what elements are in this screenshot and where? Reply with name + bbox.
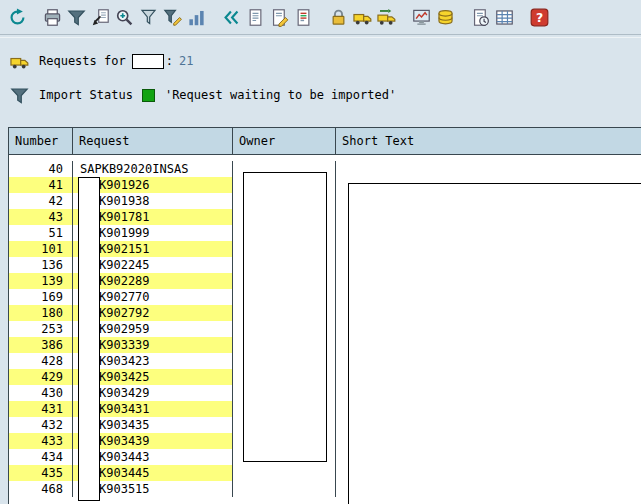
table-header: Number Request Owner Short Text <box>9 128 641 155</box>
import-status-line: Import Status 'Request waiting to be imp… <box>10 86 396 104</box>
import-all-requests-icon[interactable] <box>375 6 397 28</box>
first-page-icon[interactable] <box>220 6 242 28</box>
colon-label: : <box>166 54 173 68</box>
help-icon[interactable]: ? <box>528 6 550 28</box>
request-count: 21 <box>179 54 193 68</box>
cell-number: 51 <box>9 225 73 241</box>
import-status-label: Import Status <box>39 88 133 102</box>
cell-number: 43 <box>9 209 73 225</box>
status-green-square <box>142 89 155 102</box>
toolbar-separator <box>0 34 641 38</box>
zoom-in-icon[interactable] <box>113 6 135 28</box>
cell-number: 40 <box>9 161 73 177</box>
cell-number: 431 <box>9 401 73 417</box>
cell-number: 253 <box>9 321 73 337</box>
import-monitor-icon[interactable] <box>410 6 432 28</box>
cell-owner <box>233 465 336 481</box>
sap-import-queue-screen: ? Requests for : 21 Import Status 'Reque… <box>0 0 641 504</box>
cell-number: 139 <box>9 273 73 289</box>
import-queue-table: Number Request Owner Short Text 40SAPKB9… <box>8 127 641 504</box>
change-request-icon[interactable] <box>268 6 290 28</box>
filter-criteria-icon[interactable] <box>161 6 183 28</box>
cell-number: 468 <box>9 481 73 497</box>
cell-number: 169 <box>9 289 73 305</box>
column-header-request[interactable]: Request <box>73 128 233 154</box>
refresh-icon[interactable] <box>6 6 28 28</box>
cell-number: 101 <box>9 241 73 257</box>
filter-status-icon <box>10 86 30 104</box>
table-view-icon[interactable] <box>493 6 515 28</box>
requests-for-line: Requests for : 21 <box>10 52 193 70</box>
cell-owner <box>233 481 336 497</box>
cell-request: SAPKB92020INSAS <box>73 161 233 177</box>
display-request-icon[interactable] <box>244 6 266 28</box>
cell-number: 41 <box>9 177 73 193</box>
svg-text:?: ? <box>535 10 542 25</box>
cell-number: 42 <box>9 193 73 209</box>
request-log-icon[interactable] <box>292 6 314 28</box>
requests-for-label: Requests for <box>39 54 126 68</box>
import-status-text: 'Request waiting to be imported' <box>165 88 396 102</box>
cell-number: 180 <box>9 305 73 321</box>
redacted-system-id <box>132 54 164 69</box>
column-header-short-text[interactable]: Short Text <box>336 128 641 154</box>
cell-number: 430 <box>9 385 73 401</box>
redaction-owner-column <box>243 172 327 462</box>
application-toolbar: ? <box>6 4 552 30</box>
job-log-icon[interactable] <box>469 6 491 28</box>
column-header-number[interactable]: Number <box>9 128 73 154</box>
column-header-owner[interactable]: Owner <box>233 128 336 154</box>
sort-icon[interactable] <box>185 6 207 28</box>
cell-number: 434 <box>9 449 73 465</box>
lock-icon[interactable] <box>327 6 349 28</box>
truck-icon <box>10 52 30 70</box>
cell-number: 429 <box>9 369 73 385</box>
cell-short-text <box>336 161 641 177</box>
cell-number: 433 <box>9 433 73 449</box>
transport-fees-icon[interactable] <box>434 6 456 28</box>
import-request-icon[interactable] <box>351 6 373 28</box>
set-filter-icon[interactable] <box>137 6 159 28</box>
choose-detail-icon[interactable] <box>89 6 111 28</box>
cell-number: 435 <box>9 465 73 481</box>
cell-number: 136 <box>9 257 73 273</box>
redaction-request-prefix <box>78 177 100 501</box>
redaction-short-text-column <box>348 183 641 504</box>
filter-icon[interactable] <box>65 6 87 28</box>
print-icon[interactable] <box>41 6 63 28</box>
cell-number: 432 <box>9 417 73 433</box>
cell-number: 386 <box>9 337 73 353</box>
cell-number: 428 <box>9 353 73 369</box>
